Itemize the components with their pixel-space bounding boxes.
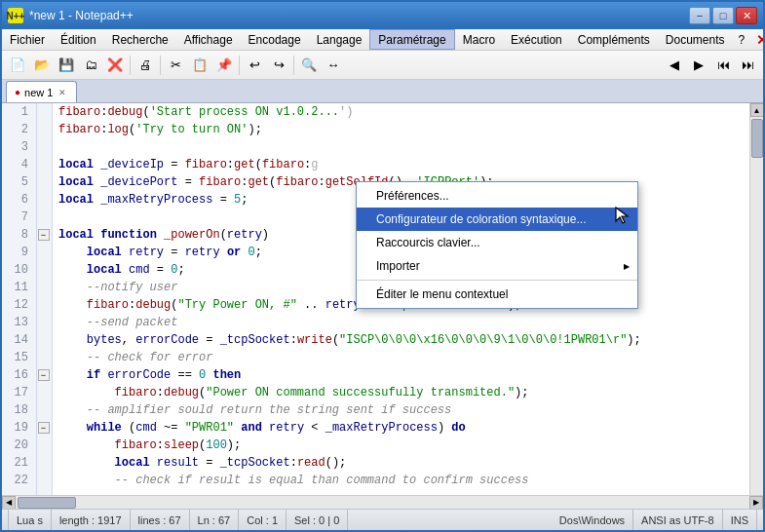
status-length: length : 1917 — [52, 510, 131, 530]
window-controls: − □ ✕ — [689, 7, 757, 24]
first-doc-button[interactable]: ⏮ — [711, 54, 735, 77]
menu-edition[interactable]: Édition — [53, 29, 104, 50]
dropdown-editmenu[interactable]: Éditer le menu contextuel — [357, 283, 637, 306]
line-num-10: 10 — [2, 261, 32, 279]
line-num-3: 3 — [2, 138, 32, 156]
menu-affichage[interactable]: Affichage — [176, 29, 241, 50]
line-num-5: 5 — [2, 173, 32, 191]
menu-langage[interactable]: Langage — [309, 29, 370, 50]
dropdown-shortcuts[interactable]: Raccourcis clavier... — [357, 231, 637, 254]
dropdown-import[interactable]: Importer — [357, 254, 637, 278]
paste-button[interactable]: 📌 — [212, 54, 236, 77]
line-num-22: 22 — [2, 472, 32, 489]
status-lines: lines : 67 — [131, 510, 190, 530]
code-line-2: fibaro:log('Try to turn ON'); — [53, 121, 749, 138]
code-line-3 — [53, 138, 749, 156]
copy-button[interactable]: 📋 — [188, 54, 211, 77]
code-line-20: fibaro:sleep(100); — [53, 437, 749, 454]
toolbar-sep-2 — [160, 56, 161, 75]
maximize-button[interactable]: □ — [712, 7, 734, 24]
line-num-20: 20 — [2, 437, 32, 454]
code-line-19: while (cmd ~= "PWR01" and retry < _maxRe… — [53, 419, 749, 437]
editor-wrapper: 1 2 3 4 5 6 7 8 9 10 11 12 13 14 15 16 1… — [2, 103, 763, 495]
scroll-thumb-h[interactable] — [18, 497, 76, 509]
status-language: Lua s — [8, 510, 52, 530]
menu-bar: Fichier Édition Recherche Affichage Enco… — [2, 29, 763, 51]
line-num-1: 1 — [2, 103, 32, 121]
tab-icon: ● — [15, 87, 20, 97]
print-button[interactable]: 🖨 — [134, 54, 157, 77]
line-num-16: 16 — [2, 366, 32, 384]
menu-documents[interactable]: Documents — [658, 29, 733, 50]
status-sel: Sel : 0 | 0 — [287, 510, 348, 530]
fold-margin: − − − — [37, 103, 53, 495]
last-doc-button[interactable]: ⏭ — [736, 54, 759, 77]
menu-execution[interactable]: Exécution — [503, 29, 570, 50]
fold-marker-16[interactable]: − — [38, 369, 50, 381]
line-num-14: 14 — [2, 331, 32, 349]
dropdown-colorconfig[interactable]: Configurateur de coloration syntaxique..… — [357, 208, 637, 231]
menu-help[interactable]: ? — [733, 29, 751, 50]
scroll-left-button[interactable]: ◀ — [2, 496, 16, 510]
line-num-11: 11 — [2, 279, 32, 296]
close-button-tb[interactable]: ❌ — [103, 54, 127, 77]
cut-button[interactable]: ✂ — [164, 54, 187, 77]
app-window: N++ *new 1 - Notepad++ − □ ✕ Fichier Édi… — [0, 0, 765, 532]
status-col: Col : 1 — [239, 510, 287, 530]
open-button[interactable]: 📂 — [30, 54, 54, 77]
line-num-12: 12 — [2, 296, 32, 314]
save-button[interactable]: 💾 — [55, 54, 78, 77]
menu-fichier[interactable]: Fichier — [2, 29, 53, 50]
find-button[interactable]: 🔍 — [297, 54, 321, 77]
code-line-22: -- check if result is equal than command… — [53, 472, 749, 489]
line-num-7: 7 — [2, 209, 32, 226]
menu-macro[interactable]: Macro — [455, 29, 503, 50]
status-bar: Lua s length : 1917 lines : 67 Ln : 67 C… — [2, 509, 763, 530]
menu-complements[interactable]: Compléments — [570, 29, 658, 50]
tab-close-button[interactable]: ✕ — [57, 87, 68, 98]
toolbar-sep-3 — [239, 56, 240, 75]
vertical-scrollbar[interactable]: ▲ — [749, 103, 763, 495]
code-line-4: local _deviceIp = fibaro:get(fibaro:g — [53, 156, 749, 173]
line-num-19: 19 — [2, 419, 32, 437]
menu-recherche[interactable]: Recherche — [104, 29, 176, 50]
undo-button[interactable]: ↩ — [243, 54, 266, 77]
app-icon: N++ — [8, 8, 23, 23]
status-mode: INS — [723, 510, 757, 530]
toolbar-sep-1 — [130, 56, 131, 75]
code-line-17: fibaro:debug("Power ON command successuf… — [53, 384, 749, 401]
menu-encodage[interactable]: Encodage — [241, 29, 309, 50]
minimize-button[interactable]: − — [689, 7, 710, 24]
line-num-17: 17 — [2, 384, 32, 401]
line-num-2: 2 — [2, 121, 32, 138]
line-num-4: 4 — [2, 156, 32, 173]
line-num-6: 6 — [2, 191, 32, 209]
line-num-18: 18 — [2, 401, 32, 419]
tab-new1[interactable]: ● new 1 ✕ — [6, 81, 77, 102]
line-num-13: 13 — [2, 314, 32, 331]
fold-marker-8[interactable]: − — [38, 229, 50, 241]
code-line-18: -- amplifier sould return the string sen… — [53, 401, 749, 419]
prev-doc-button[interactable]: ◀ — [663, 54, 686, 77]
new-button[interactable]: 📄 — [6, 54, 29, 77]
code-line-14: bytes, errorCode = _tcpSocket:write("ISC… — [53, 331, 749, 349]
menu-parametrage[interactable]: Paramétrage — [369, 29, 454, 50]
scroll-thumb-v[interactable] — [751, 119, 763, 158]
toolbar: 📄 📂 💾 🗂 ❌ 🖨 ✂ 📋 📌 ↩ ↪ 🔍 ↔ ◀ ▶ ⏮ ⏭ — [2, 51, 763, 80]
next-doc-button[interactable]: ▶ — [687, 54, 710, 77]
status-charset: ANSI as UTF-8 — [633, 510, 723, 530]
scroll-up-button[interactable]: ▲ — [750, 103, 764, 117]
replace-button[interactable]: ↔ — [322, 54, 345, 77]
line-numbers: 1 2 3 4 5 6 7 8 9 10 11 12 13 14 15 16 1… — [2, 103, 37, 495]
menu-close[interactable]: ✕ — [750, 29, 765, 50]
close-button[interactable]: ✕ — [736, 7, 757, 24]
fold-marker-19[interactable]: − — [38, 422, 50, 434]
scroll-right-button[interactable]: ▶ — [749, 496, 763, 510]
horizontal-scrollbar[interactable]: ◀ ▶ — [2, 495, 763, 509]
save-all-button[interactable]: 🗂 — [79, 54, 102, 77]
status-ln: Ln : 67 — [190, 510, 240, 530]
dropdown-prefs[interactable]: Préférences... — [357, 184, 637, 208]
title-bar: N++ *new 1 - Notepad++ − □ ✕ — [2, 2, 763, 29]
redo-button[interactable]: ↪ — [267, 54, 290, 77]
parametrage-dropdown: Préférences... Configurateur de colorati… — [356, 181, 638, 309]
